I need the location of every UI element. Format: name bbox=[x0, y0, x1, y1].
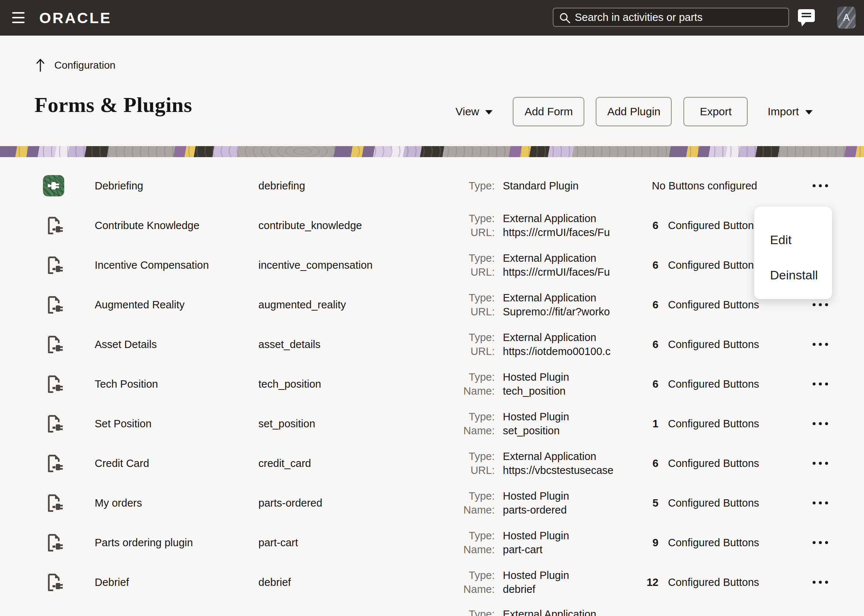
row-meta: Type:External ApplicationURL:https://iot… bbox=[418, 330, 638, 358]
ellipsis-icon[interactable] bbox=[812, 182, 829, 189]
row-identifier: parts-ordered bbox=[258, 497, 322, 509]
meta-line: URL:Supremo://fit/ar?worko bbox=[418, 305, 638, 319]
meta-line: Type:Hosted Plugin bbox=[418, 489, 638, 503]
ellipsis-icon[interactable] bbox=[812, 420, 829, 427]
buttons-count-number: 5 bbox=[645, 497, 658, 509]
meta-line: Name:tech_position bbox=[418, 384, 638, 398]
table-row: Tech Position tech_position Type:Hosted … bbox=[0, 364, 864, 404]
meta-line: URL:https://iotdemo00100.c bbox=[418, 344, 638, 358]
caret-down-icon bbox=[805, 110, 813, 115]
row-name: Set Position bbox=[95, 418, 152, 430]
meta-value: part-cart bbox=[503, 544, 542, 556]
meta-line: Type:External Application bbox=[418, 330, 638, 344]
row-icon-cell bbox=[43, 255, 64, 276]
ellipsis-icon[interactable] bbox=[812, 578, 829, 586]
meta-value: Hosted Plugin bbox=[503, 411, 569, 423]
row-name: Debrief bbox=[95, 576, 129, 588]
meta-line: Type:External Application bbox=[418, 291, 638, 305]
meta-value: External Application bbox=[503, 608, 597, 616]
meta-label: Name: bbox=[418, 425, 495, 437]
buttons-count-label: Configured Buttons bbox=[668, 220, 759, 232]
meta-label: Name: bbox=[418, 583, 495, 596]
oracle-logo[interactable]: ORACLE bbox=[39, 9, 112, 27]
meta-value: External Application bbox=[503, 451, 597, 462]
avatar[interactable]: A bbox=[837, 6, 856, 28]
row-icon-cell bbox=[43, 215, 64, 236]
global-search bbox=[553, 8, 789, 27]
ellipsis-icon[interactable] bbox=[812, 460, 829, 467]
meta-value: Hosted Plugin bbox=[503, 371, 569, 383]
add-form-button[interactable]: Add Form bbox=[513, 97, 584, 126]
meta-label: Type: bbox=[418, 411, 495, 423]
table-row: Parts ordering plugin part-cart Type:Hos… bbox=[0, 523, 864, 563]
row-icon-cell bbox=[43, 453, 64, 474]
row-name: My orders bbox=[95, 497, 142, 509]
table-row: Type:External Application bbox=[0, 602, 864, 616]
meta-line: Type:External Application bbox=[418, 251, 638, 265]
row-meta: Type:Hosted PluginName:part-cart bbox=[418, 529, 638, 556]
buttons-count-number: 6 bbox=[645, 378, 658, 390]
row-buttons-count: 6 Configured Buttons bbox=[645, 299, 759, 311]
buttons-count-label: Configured Buttons bbox=[668, 299, 759, 311]
meta-label: Type: bbox=[418, 252, 495, 264]
row-icon-cell bbox=[43, 334, 64, 355]
row-icon-cell bbox=[43, 175, 64, 196]
buttons-count-number: 1 bbox=[645, 418, 658, 430]
meta-value: parts-ordered bbox=[503, 504, 567, 516]
table-row: Asset Details asset_details Type:Externa… bbox=[0, 325, 864, 364]
buttons-count-label: Configured Buttons bbox=[668, 418, 759, 430]
form-plugin-icon bbox=[43, 255, 64, 276]
menu-item-edit[interactable]: Edit bbox=[754, 228, 832, 252]
menu-item-deinstall[interactable]: Deinstall bbox=[754, 263, 832, 287]
chat-icon[interactable] bbox=[797, 8, 816, 27]
meta-value: Hosted Plugin bbox=[503, 530, 569, 542]
meta-label: Type: bbox=[418, 212, 495, 225]
row-name: Asset Details bbox=[95, 338, 157, 350]
context-menu: Edit Deinstall bbox=[754, 207, 832, 299]
row-icon-cell bbox=[43, 572, 64, 593]
buttons-count-label: Configured Buttons bbox=[668, 497, 759, 509]
row-icon-cell bbox=[43, 294, 64, 315]
import-dropdown-label: Import bbox=[767, 105, 799, 118]
row-buttons-count: 6 Configured Buttons bbox=[645, 220, 759, 232]
view-dropdown[interactable]: View bbox=[456, 105, 493, 118]
ellipsis-icon[interactable] bbox=[812, 539, 829, 546]
row-buttons-count: 6 Configured Buttons bbox=[645, 259, 759, 271]
meta-value: https:///crmUI/faces/Fu bbox=[503, 226, 610, 239]
meta-value: Standard Plugin bbox=[503, 180, 578, 192]
form-plugin-icon bbox=[43, 334, 64, 355]
search-input[interactable] bbox=[553, 8, 789, 26]
add-plugin-button[interactable]: Add Plugin bbox=[596, 97, 672, 126]
meta-value: Hosted Plugin bbox=[503, 569, 569, 581]
meta-label: Name: bbox=[418, 385, 495, 397]
row-name: Incentive Compensation bbox=[95, 259, 209, 271]
buttons-count-label: Configured Buttons bbox=[668, 537, 759, 549]
row-identifier: set_position bbox=[258, 418, 315, 430]
buttons-count-number: 6 bbox=[645, 259, 658, 271]
meta-label: URL: bbox=[418, 306, 495, 318]
breadcrumb[interactable]: Configuration bbox=[35, 58, 116, 72]
meta-label: Type: bbox=[418, 371, 495, 383]
meta-line: Name:set_position bbox=[418, 424, 638, 438]
meta-line: Name:parts-ordered bbox=[418, 503, 638, 517]
ellipsis-icon[interactable] bbox=[812, 380, 829, 388]
row-buttons-count: 6 Configured Buttons bbox=[645, 338, 759, 350]
avatar-letter: A bbox=[843, 12, 850, 24]
import-dropdown[interactable]: Import bbox=[767, 105, 812, 118]
table-row: My orders parts-ordered Type:Hosted Plug… bbox=[0, 483, 864, 523]
ellipsis-icon[interactable] bbox=[812, 301, 829, 308]
row-name: Parts ordering plugin bbox=[95, 537, 193, 549]
meta-line: Name:part-cart bbox=[418, 542, 638, 556]
view-dropdown-label: View bbox=[456, 105, 479, 118]
meta-value: tech_position bbox=[503, 385, 566, 397]
row-identifier: augmented_reality bbox=[258, 299, 346, 311]
row-identifier: tech_position bbox=[258, 378, 321, 390]
meta-value: External Application bbox=[503, 292, 597, 304]
row-meta: Type:Hosted PluginName:tech_position bbox=[418, 370, 638, 398]
ellipsis-icon[interactable] bbox=[812, 499, 829, 507]
export-button[interactable]: Export bbox=[683, 97, 748, 126]
ellipsis-icon[interactable] bbox=[812, 341, 829, 348]
up-arrow-icon bbox=[35, 58, 46, 72]
hamburger-menu-icon[interactable] bbox=[12, 11, 25, 24]
row-icon-cell bbox=[43, 413, 64, 434]
